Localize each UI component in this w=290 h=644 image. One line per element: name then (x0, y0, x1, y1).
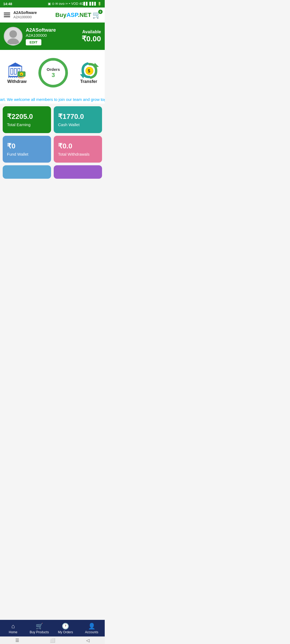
marquee-row: art. We welcome all members to join our … (0, 96, 105, 104)
status-4g: 4G▋▋ ▋▋▋ 🔋 (79, 2, 102, 6)
svg-text:$: $ (88, 69, 90, 73)
available-label: Available (82, 30, 101, 34)
brand-net: .NET (78, 12, 91, 18)
fund-wallet-amount: ₹0 (7, 142, 47, 150)
svg-point-1 (7, 38, 19, 44)
status-time: 14:48 (3, 2, 12, 6)
edit-button[interactable]: EDIT (26, 39, 41, 45)
profile-info: A2ASoftware A2A100000 EDIT (26, 27, 56, 45)
status-icons: ▣ ⊙ ✉ ᴏᴠᴏ ✄ • VOD 4G▋▋ ▋▋▋ 🔋 (48, 2, 102, 6)
total-withdrawals-card[interactable]: ₹0.0 Total Withdrawals (54, 136, 102, 163)
profile-left: A2ASoftware A2A100000 EDIT (4, 27, 56, 46)
status-signal: ▣ ⊙ ✉ ᴏᴠᴏ ✄ • (48, 2, 70, 6)
total-earning-amount: ₹2205.0 (7, 112, 47, 121)
total-withdrawals-amount: ₹0.0 (58, 142, 98, 150)
action-row: $ Withdraw Orders 3 (0, 50, 105, 96)
svg-marker-14 (93, 63, 99, 67)
profile-balance: Available ₹0.00 (82, 30, 101, 43)
fund-wallet-card[interactable]: ₹0 Fund Wallet (3, 136, 51, 163)
svg-rect-3 (11, 68, 13, 74)
cash-wallet-amount: ₹1770.0 (58, 112, 98, 121)
withdraw-action[interactable]: $ Withdraw (7, 61, 27, 84)
total-earning-card[interactable]: ₹2205.0 Total Earning (3, 106, 51, 133)
withdraw-icon: $ (8, 61, 26, 78)
orders-count: 3 (52, 72, 55, 79)
withdraw-label: Withdraw (7, 79, 27, 84)
svg-text:$: $ (21, 73, 22, 76)
orders-donut: Orders 3 (36, 55, 71, 90)
partial-row (0, 165, 105, 180)
status-bar: 14:48 ▣ ⊙ ✉ ᴏᴠᴏ ✄ • VOD 4G▋▋ ▋▋▋ 🔋 (0, 0, 105, 8)
svg-point-0 (9, 30, 17, 38)
cash-wallet-card[interactable]: ₹1770.0 Cash Wallet (54, 106, 102, 133)
balance-amount: ₹0.00 (82, 34, 101, 43)
menu-button[interactable] (4, 13, 10, 17)
donut-center: Orders 3 (41, 61, 65, 85)
transfer-label: Transfer (80, 79, 97, 84)
app-header: A2ASoftware A2A100000 BuyASP.NET 🛒 0 (0, 8, 105, 23)
header-left: A2ASoftware A2A100000 (4, 10, 37, 20)
profile-name: A2ASoftware (26, 27, 56, 33)
marquee-text: art. We welcome all members to join our … (0, 97, 105, 102)
header-user-info: A2ASoftware A2A100000 (13, 10, 37, 20)
brand-text: BuyASP.NET (55, 12, 91, 19)
orders-label: Orders (47, 67, 60, 72)
profile-section: A2ASoftware A2A100000 EDIT Available ₹0.… (0, 23, 105, 50)
status-network: VOD (71, 2, 78, 6)
transfer-action[interactable]: $ Transfer (80, 61, 97, 84)
svg-marker-6 (8, 63, 22, 66)
cart-button[interactable]: 🛒 0 (92, 11, 101, 19)
avatar (4, 27, 23, 46)
cart-badge: 0 (98, 10, 103, 14)
brand-asp: ASP (66, 12, 78, 18)
transfer-icon: $ (80, 61, 97, 78)
partial-card-left[interactable] (3, 165, 51, 179)
brand-logo: BuyASP.NET 🛒 0 (55, 11, 101, 19)
orders-action[interactable]: Orders 3 (36, 55, 71, 90)
cash-wallet-label: Cash Wallet (58, 122, 98, 127)
profile-code: A2A100000 (26, 33, 56, 38)
partial-card-right[interactable] (54, 165, 102, 179)
brand-buy: Buy (55, 12, 67, 18)
stats-grid: ₹2205.0 Total Earning ₹1770.0 Cash Walle… (0, 104, 105, 165)
fund-wallet-label: Fund Wallet (7, 152, 47, 156)
total-withdrawals-label: Total Withdrawals (58, 152, 98, 156)
svg-rect-4 (14, 68, 16, 74)
header-company: A2ASoftware (13, 10, 37, 15)
header-code: A2A100000 (13, 15, 37, 20)
total-earning-label: Total Earning (7, 122, 47, 127)
